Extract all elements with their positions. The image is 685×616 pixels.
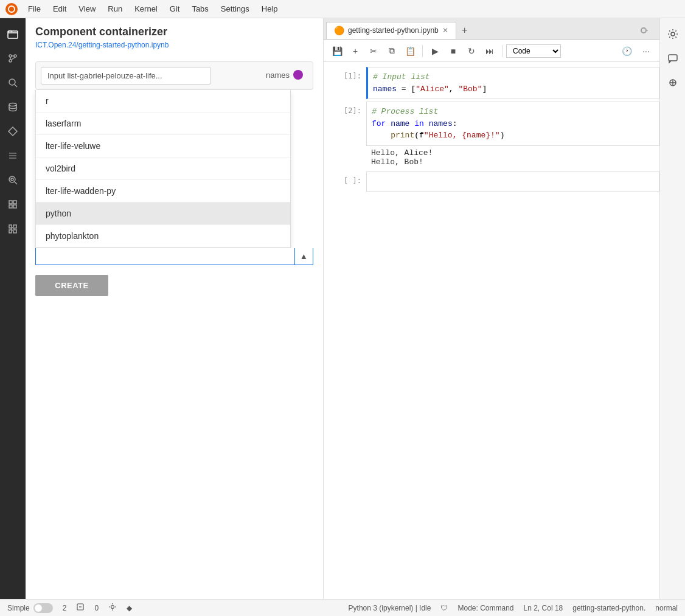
svg-point-30 — [111, 606, 114, 609]
dropdown-item-python[interactable]: python — [36, 202, 290, 225]
sidebar-icon-database[interactable] — [2, 96, 24, 118]
toolbar-restart-btn[interactable]: ↻ — [463, 43, 480, 60]
sidebar-icon-puzzle[interactable] — [2, 218, 24, 240]
svg-point-9 — [9, 79, 15, 85]
tab-close-btn[interactable]: ✕ — [442, 26, 448, 35]
toolbar-add-btn[interactable]: + — [347, 43, 364, 60]
statusbar-position: Ln 2, Col 18 — [524, 604, 563, 612]
toolbar-save-btn[interactable]: 💾 — [329, 43, 346, 60]
notebook-content: [1]: # Input list names = ["Alice", "Bob… — [324, 62, 659, 599]
svg-rect-19 — [9, 201, 12, 204]
sidebar-icon-git[interactable] — [2, 47, 24, 69]
sidebar-icon-diamond[interactable] — [2, 120, 24, 142]
label-names-text: names — [266, 71, 290, 80]
statusbar-diamond-icon: ◆ — [127, 604, 132, 612]
toolbar-more-btn[interactable]: ··· — [638, 43, 655, 60]
menu-run[interactable]: Run — [103, 3, 127, 15]
cell-type-select[interactable]: Code Markdown Raw — [506, 44, 561, 58]
notebook-tab-label: getting-started-python.ipynb — [348, 26, 439, 35]
dropdown-item-vol2bird[interactable]: vol2bird — [36, 157, 290, 180]
dropdown-item-phytoplankton[interactable]: phytoplankton — [36, 225, 290, 247]
version-row: ▲ — [35, 248, 313, 265]
app-logo — [5, 2, 18, 16]
component-input[interactable] — [41, 67, 211, 85]
tab-new-btn[interactable]: + — [456, 22, 473, 39]
notebook-tab-icon: 🟠 — [334, 26, 344, 35]
left-panel: Component containerizer ICT.Open.24/gett… — [26, 18, 324, 599]
menu-edit[interactable]: Edit — [48, 3, 71, 15]
menu-git[interactable]: Git — [165, 3, 185, 15]
cell-1-input[interactable]: # Input list names = ["Alice", "Bob"] — [366, 67, 659, 99]
sidebar-icon-list[interactable] — [2, 145, 24, 167]
notebook-tab-active[interactable]: 🟠 getting-started-python.ipynb ✕ — [326, 22, 456, 39]
right-sidebar-bug[interactable] — [662, 72, 684, 94]
statusbar-mode: Mode: Command — [457, 604, 513, 612]
menu-help[interactable]: Help — [257, 3, 283, 15]
svg-rect-2 — [8, 31, 18, 38]
cell-2-prompt: [2]: — [324, 102, 366, 169]
toolbar-copy-btn[interactable]: ⧉ — [383, 43, 400, 60]
version-arrow-btn[interactable]: ▲ — [295, 248, 313, 265]
menu-view[interactable]: View — [74, 3, 100, 15]
svg-rect-24 — [669, 55, 677, 61]
svg-rect-22 — [13, 205, 16, 208]
cell-1-line-1: # Input list — [373, 71, 654, 83]
panel-content: names r laserfarm lter-life-veluwe vol2b… — [26, 52, 323, 599]
simple-toggle[interactable]: Simple — [7, 603, 53, 613]
create-button[interactable]: CREATE — [35, 275, 108, 296]
toolbar-cut-btn[interactable]: ✂ — [365, 43, 382, 60]
sidebar-icon-search[interactable] — [2, 72, 24, 94]
notebook-toolbar: 💾 + ✂ ⧉ 📋 ▶ ■ ↻ ⏭ Code Markdown Raw 🕐 ··… — [324, 40, 659, 62]
cell-1-prompt: [1]: — [324, 67, 366, 99]
menubar: File Edit View Run Kernel Git Tabs Setti… — [0, 0, 685, 18]
cell-2-output-2: Hello, Bob! — [371, 157, 655, 167]
svg-marker-12 — [9, 127, 17, 136]
menu-file[interactable]: File — [23, 3, 46, 15]
svg-point-4 — [9, 60, 12, 62]
svg-point-11 — [9, 103, 16, 106]
menu-tabs[interactable]: Tabs — [187, 3, 213, 15]
toolbar-run-btn[interactable]: ▶ — [426, 43, 443, 60]
cell-3-input[interactable] — [366, 171, 659, 192]
toolbar-stop-btn[interactable]: ■ — [445, 43, 462, 60]
right-sidebar-chat[interactable] — [662, 47, 684, 69]
dot-purple — [293, 70, 303, 80]
notebook-panel: 🟠 getting-started-python.ipynb ✕ + 💾 + ✂… — [324, 18, 659, 599]
panel-header: Component containerizer ICT.Open.24/gett… — [26, 18, 323, 52]
dropdown-item-r[interactable]: r — [36, 90, 290, 112]
code-comment: # Input list — [373, 72, 430, 81]
notebook-gear-btn[interactable] — [635, 22, 652, 39]
cell-3: [ ]: — [324, 171, 659, 192]
toolbar-fastforward-btn[interactable]: ⏭ — [481, 43, 498, 60]
menu-kernel[interactable]: Kernel — [130, 3, 162, 15]
toggle-track[interactable] — [33, 603, 53, 613]
toolbar-paste-btn[interactable]: 📋 — [402, 43, 419, 60]
svg-point-3 — [9, 55, 12, 57]
svg-point-0 — [5, 3, 18, 15]
statusbar-settings-icon[interactable] — [108, 603, 117, 613]
breadcrumb[interactable]: ICT.Open.24/getting-started-python.ipynb — [35, 41, 313, 49]
dropdown-item-lter-life-wadden[interactable]: lter-life-wadden-py — [36, 180, 290, 202]
right-sidebar-gear[interactable] — [662, 23, 684, 45]
cell-2: [2]: # Process list for name in names: p… — [324, 102, 659, 169]
sidebar-icon-box[interactable] — [2, 193, 24, 215]
sidebar-icon-folder[interactable] — [2, 23, 24, 45]
svg-point-16 — [9, 176, 15, 182]
version-input[interactable] — [35, 248, 295, 265]
dropdown-list: r laserfarm lter-life-veluwe vol2bird lt… — [35, 90, 291, 248]
sidebar-icon-scan[interactable] — [2, 169, 24, 191]
svg-line-8 — [12, 57, 15, 60]
cell-1-line-2: names = ["Alice", "Bob"] — [373, 83, 654, 95]
statusbar-vim: normal — [655, 604, 678, 612]
toolbar-clock-btn[interactable]: 🕐 — [618, 43, 635, 60]
cell-2-input[interactable]: # Process list for name in names: print(… — [366, 102, 659, 146]
menu-settings[interactable]: Settings — [216, 3, 254, 15]
cell-2-output: Hello, Alice! Hello, Bob! — [366, 146, 659, 169]
dropdown-item-laserfarm[interactable]: laserfarm — [36, 112, 290, 135]
dropdown-container: r laserfarm lter-life-veluwe vol2bird lt… — [35, 90, 313, 265]
dropdown-item-lter-life-veluwe[interactable]: lter-life-veluwe — [36, 135, 290, 157]
cell-2-line-3: print(f"Hello, {name}!") — [372, 130, 654, 142]
svg-rect-21 — [9, 205, 12, 208]
svg-rect-20 — [13, 201, 16, 204]
svg-line-18 — [15, 182, 17, 184]
